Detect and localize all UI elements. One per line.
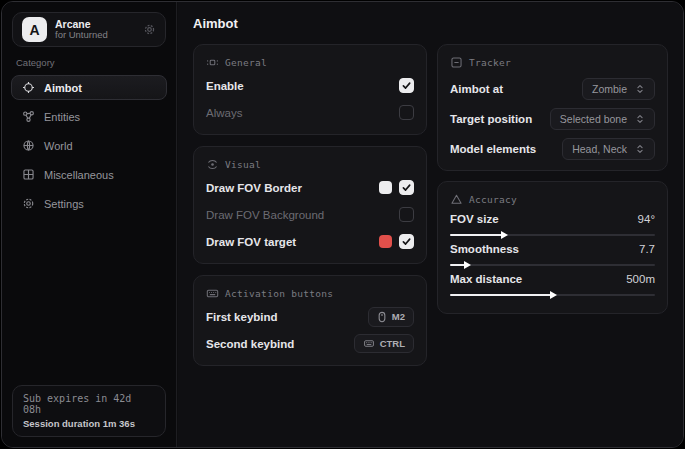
card-general: General Enable Always [193,44,427,135]
sidebar-item-settings[interactable]: Settings [11,191,167,216]
dropdown-value: Selected bone [560,113,627,125]
slider-label: Max distance [450,273,522,285]
slider-thumb[interactable] [464,261,471,269]
slider-value: 7.7 [639,243,655,255]
slider-thumb[interactable] [550,291,557,299]
card-accuracy: Accuracy FOV size 94° [437,181,668,314]
model-elements-dropdown[interactable]: Head, Neck [562,138,655,160]
fov-border-checkbox[interactable] [399,180,414,195]
grid-icon [22,168,35,181]
color-swatch-red[interactable] [379,235,392,248]
setting-label: Target position [450,113,532,125]
dropdown-value: Zombie [592,83,627,95]
desktop-background: A Arcane for Unturned Category Aimbot [0,0,685,449]
mouse-icon [377,311,387,323]
sidebar-item-world[interactable]: World [11,133,167,158]
app-logo: A [22,17,47,42]
setting-label: Model elements [450,143,536,155]
fov-background-checkbox[interactable] [399,207,414,222]
card-activation-buttons: Activation buttons First keybind M2 Seco… [193,275,427,366]
check-icon [401,80,412,91]
always-checkbox[interactable] [399,105,414,120]
aimbot-at-dropdown[interactable]: Zombie [582,78,655,100]
chevrons-up-down-icon [635,144,645,154]
keybind-value: CTRL [380,338,405,349]
slider-value: 500m [626,273,655,285]
sidebar-item-label: Entities [44,111,80,123]
card-tracker: Tracker Aimbot at Zombie Target position [437,44,668,171]
sidebar-item-miscellaneous[interactable]: Miscellaneous [11,162,167,187]
slider-fill [450,234,503,236]
setting-row-aimbot-at: Aimbot at Zombie [450,78,655,99]
setting-row-first-keybind: First keybind M2 [206,306,414,327]
section-title: Visual [225,159,261,170]
slider-fov-size: FOV size 94° [450,213,655,236]
sidebar-item-label: Settings [44,198,84,210]
sidebar-item-aimbot[interactable]: Aimbot [11,75,167,100]
setting-label: Draw FOV Border [206,182,302,194]
setting-row-enable: Enable [206,75,414,96]
setting-label: First keybind [206,311,278,323]
section-title: General [225,57,267,68]
keybind-value: M2 [392,311,405,322]
setting-label: Aimbot at [450,83,503,95]
setting-row-fov-border: Draw FOV Border [206,177,414,198]
logo-card: A Arcane for Unturned [12,12,166,47]
section-title: Tracker [469,57,511,68]
app-subtitle: for Unturned [55,30,135,41]
sidebar-item-label: World [44,140,73,152]
chevrons-up-down-icon [635,114,645,124]
first-keybind-button[interactable]: M2 [368,307,414,327]
sidebar-item-label: Aimbot [44,82,82,94]
setting-row-second-keybind: Second keybind CTRL [206,333,414,354]
subscription-status-card: Sub expires in 42d 08h Session duration … [12,385,166,437]
slider-value: 94° [638,213,655,225]
card-visual: Visual Draw FOV Border Draw FOV Backgrou… [193,146,427,264]
section-title: Activation buttons [225,288,333,299]
settings-gear-icon [22,197,35,210]
setting-row-fov-target: Draw FOV target [206,231,414,252]
slider-fill [450,294,553,296]
sidebar-nav: Aimbot Entities World [11,75,167,216]
second-keybind-button[interactable]: CTRL [354,334,414,353]
gear-icon[interactable] [143,23,156,36]
sidebar-item-label: Miscellaneous [44,169,114,181]
frame-icon [450,56,463,69]
enable-checkbox[interactable] [399,78,414,93]
check-icon [401,236,412,247]
slider-label: FOV size [450,213,499,225]
sidebar-item-entities[interactable]: Entities [11,104,167,129]
sidebar: A Arcane for Unturned Category Aimbot [2,2,177,447]
app-window: A Arcane for Unturned Category Aimbot [1,1,684,448]
fov-target-checkbox[interactable] [399,234,414,249]
slider-max-distance: Max distance 500m [450,273,655,296]
smoothness-slider[interactable] [450,264,655,266]
fov-size-slider[interactable] [450,234,655,236]
color-swatch-white[interactable] [379,181,392,194]
session-duration-text: Session duration 1m 36s [23,418,155,429]
keyboard-icon [363,338,375,349]
setting-label: Draw FOV Background [206,209,324,221]
sub-expiry-text: Sub expires in 42d 08h [23,393,155,415]
setting-row-model-elements: Model elements Head, Neck [450,138,655,159]
page-title: Aimbot [193,16,668,31]
slider-thumb[interactable] [501,231,508,239]
setting-label: Enable [206,80,244,92]
slider-label: Smoothness [450,243,519,255]
max-distance-slider[interactable] [450,294,655,296]
entities-icon [22,110,35,123]
setting-row-target-position: Target position Selected bone [450,108,655,129]
target-position-dropdown[interactable]: Selected bone [550,108,655,130]
setting-label: Always [206,107,242,119]
sliders-icon [206,56,219,69]
dropdown-value: Head, Neck [572,143,627,155]
chevrons-up-down-icon [635,84,645,94]
logo-text: Arcane for Unturned [55,18,135,41]
eye-icon [206,158,219,171]
section-title: Accuracy [469,194,517,205]
slider-smoothness: Smoothness 7.7 [450,243,655,266]
triangle-icon [450,193,463,206]
category-label: Category [16,57,162,68]
crosshair-icon [22,81,35,94]
setting-row-always: Always [206,102,414,123]
